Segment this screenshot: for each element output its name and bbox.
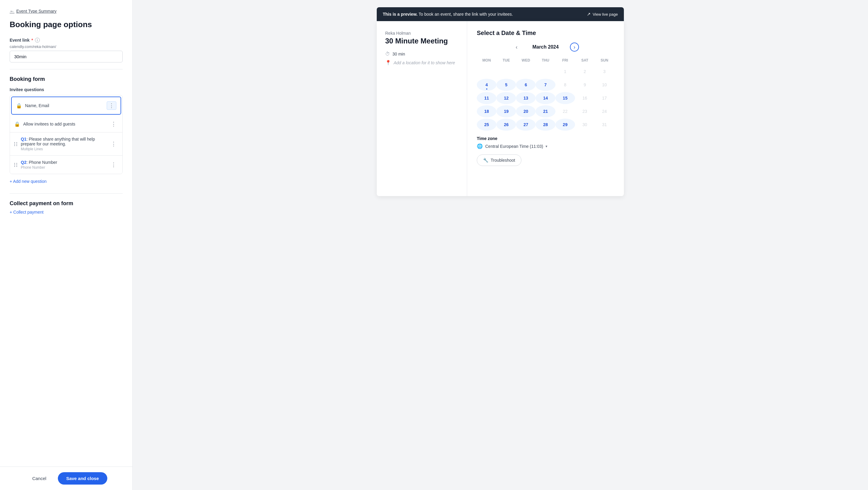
- cancel-button[interactable]: Cancel: [25, 472, 54, 485]
- troubleshoot-label: Troubleshoot: [491, 158, 515, 163]
- cal-day-4[interactable]: 4: [477, 79, 496, 91]
- question-menu-btn-2[interactable]: ⋮: [109, 140, 118, 148]
- cal-day-24: 24: [595, 105, 614, 117]
- question-sub-2: Multiple Lines: [21, 147, 106, 151]
- cal-day-27[interactable]: 27: [516, 119, 535, 131]
- cal-day-14[interactable]: 14: [535, 92, 555, 104]
- back-link[interactable]: ← Event Type Summary: [10, 8, 123, 14]
- calendar-nav: ‹ March 2024 ›: [477, 42, 614, 52]
- collect-payment-label: + Collect payment: [10, 210, 43, 214]
- invitee-questions-label: Invitee questions: [10, 87, 123, 92]
- timezone-chevron-icon: ▾: [546, 144, 547, 148]
- calendar-row-2: 4 5 6 7 8 9 10: [477, 79, 614, 91]
- drag-icon-2: [14, 142, 18, 146]
- globe-icon: 🌐: [477, 143, 483, 149]
- preview-container: This is a preview. To book an event, sha…: [377, 7, 624, 196]
- page-title: Booking page options: [10, 20, 123, 29]
- duration-label: 30 min: [393, 52, 405, 56]
- cal-day-22: 22: [555, 105, 575, 117]
- cal-day-7[interactable]: 7: [535, 79, 555, 91]
- cal-day-13[interactable]: 13: [516, 92, 535, 104]
- question-menu-btn-1[interactable]: ⋮: [109, 120, 118, 128]
- cal-day-empty-2: [496, 65, 516, 78]
- save-and-close-button[interactable]: Save and close: [58, 472, 107, 485]
- cal-day-12[interactable]: 12: [496, 92, 516, 104]
- cal-header-sun: SUN: [595, 57, 614, 64]
- question-menu-btn-0[interactable]: ⋮: [107, 102, 116, 110]
- cal-day-empty-1: [477, 65, 496, 78]
- cal-day-17: 17: [595, 92, 614, 104]
- add-question-button[interactable]: + Add new question: [10, 176, 47, 187]
- cal-day-1: 1: [555, 65, 575, 78]
- cal-header-sat: SAT: [575, 57, 595, 64]
- drag-icon-3: [14, 163, 18, 167]
- cal-day-15[interactable]: 15: [555, 92, 575, 104]
- banner-bold: This is a preview.: [383, 12, 417, 17]
- cal-day-2: 2: [575, 65, 595, 78]
- question-item-3[interactable]: Q2: Phone Number Phone Number ⋮: [10, 156, 122, 174]
- url-prefix: calendly.com/reka-holman/: [10, 45, 123, 49]
- next-month-button[interactable]: ›: [570, 42, 579, 52]
- calendar-row-3: 11 12 13 14 15 16 17: [477, 92, 614, 104]
- cal-day-28[interactable]: 28: [535, 119, 555, 131]
- cal-day-21[interactable]: 21: [535, 105, 555, 117]
- cal-day-18[interactable]: 18: [477, 105, 496, 117]
- booking-form-section: Booking form Invitee questions 🔒 Name, E…: [10, 76, 123, 187]
- q-label-2: Q1: [21, 137, 27, 142]
- cal-day-8: 8: [555, 79, 575, 91]
- cal-day-20[interactable]: 20: [516, 105, 535, 117]
- troubleshoot-button[interactable]: 🔧 Troubleshoot: [477, 154, 521, 166]
- calendar-row-5: 25 26 27 28 29 30 31: [477, 119, 614, 131]
- timezone-label: Time zone: [477, 136, 614, 141]
- external-link-icon: ↗: [587, 11, 591, 17]
- collect-payment-section: Collect payment on form + Collect paymen…: [10, 200, 123, 214]
- collect-payment-button[interactable]: + Collect payment: [10, 210, 43, 214]
- left-panel: ← Event Type Summary Booking page option…: [0, 0, 133, 490]
- cal-day-6[interactable]: 6: [516, 79, 535, 91]
- event-link-label: Event link * i: [10, 38, 123, 42]
- cal-day-16: 16: [575, 92, 595, 104]
- cal-day-30: 30: [575, 119, 595, 131]
- event-link-input[interactable]: [10, 51, 123, 62]
- view-live-button[interactable]: ↗ View live page: [587, 11, 618, 17]
- cal-day-9: 9: [575, 79, 595, 91]
- section-divider-1: [10, 69, 123, 69]
- question-sub-3: Phone Number: [21, 165, 106, 170]
- right-panel: This is a preview. To book an event, sha…: [133, 0, 868, 490]
- duration-detail: ⏱ 30 min: [385, 51, 458, 57]
- cal-header-tue: TUE: [496, 57, 516, 64]
- cal-day-26[interactable]: 26: [496, 119, 516, 131]
- cal-day-19[interactable]: 19: [496, 105, 516, 117]
- questions-list: 🔒 Name, Email ⋮ 🔒 Allow invitees to add …: [10, 95, 123, 174]
- question-item-0[interactable]: 🔒 Name, Email ⋮: [11, 96, 121, 115]
- cal-day-31: 31: [595, 119, 614, 131]
- question-item-1[interactable]: 🔒 Allow invitees to add guests ⋮: [10, 116, 122, 133]
- cal-day-29[interactable]: 29: [555, 119, 575, 131]
- question-item-2[interactable]: Q1: Please share anything that will help…: [10, 133, 122, 156]
- required-star: *: [31, 38, 33, 42]
- cal-day-5[interactable]: 5: [496, 79, 516, 91]
- question-menu-btn-3[interactable]: ⋮: [109, 161, 118, 169]
- back-link-label: Event Type Summary: [16, 9, 57, 13]
- calendar-header-row: MON TUE WED THU FRI SAT SUN: [477, 57, 614, 64]
- cal-day-25[interactable]: 25: [477, 119, 496, 131]
- prev-month-button[interactable]: ‹: [512, 42, 521, 52]
- location-icon: 📍: [385, 60, 391, 65]
- back-arrow-icon: ←: [10, 8, 14, 14]
- calendar-grid: MON TUE WED THU FRI SAT SUN 1: [477, 57, 614, 131]
- timezone-selector[interactable]: 🌐 Central European Time (11:03) ▾: [477, 143, 614, 149]
- question-text-0: Name, Email: [25, 103, 104, 108]
- wrench-icon: 🔧: [483, 158, 488, 163]
- cal-header-thu: THU: [535, 57, 555, 64]
- collect-payment-title: Collect payment on form: [10, 200, 123, 207]
- cal-header-mon: MON: [477, 57, 496, 64]
- booking-info: Reka Holman 30 Minute Meeting ⏱ 30 min 📍…: [377, 21, 467, 196]
- booking-form-title: Booking form: [10, 76, 123, 82]
- view-live-label: View live page: [592, 12, 618, 17]
- preview-banner: This is a preview. To book an event, sha…: [377, 7, 624, 21]
- cal-day-11[interactable]: 11: [477, 92, 496, 104]
- info-icon[interactable]: i: [35, 38, 40, 42]
- question-text-2: Q1: Please share anything that will help…: [21, 137, 106, 151]
- event-link-section: Event link * i calendly.com/reka-holman/: [10, 38, 123, 62]
- meeting-title: 30 Minute Meeting: [385, 37, 458, 45]
